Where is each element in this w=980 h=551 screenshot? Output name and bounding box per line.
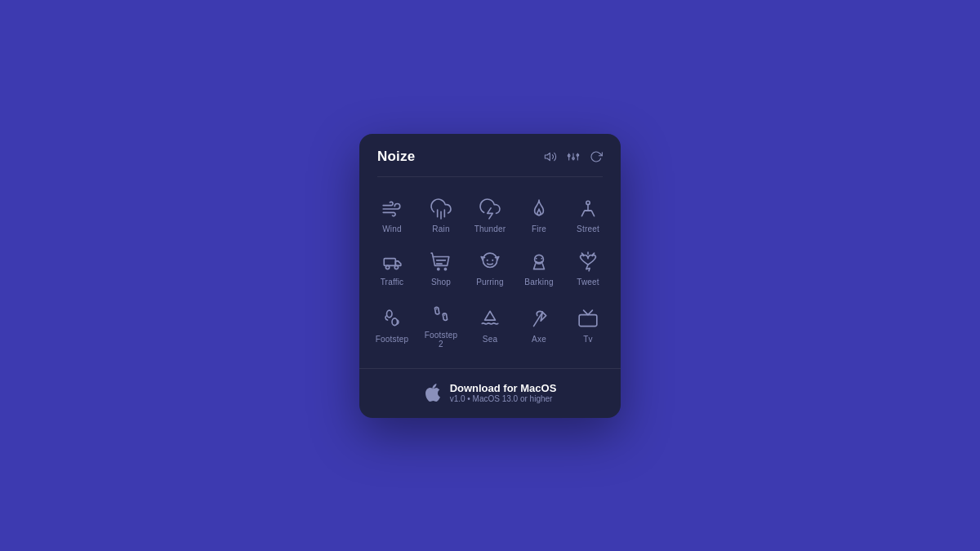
svg-marker-0 bbox=[545, 153, 550, 160]
volume-icon[interactable] bbox=[544, 150, 557, 163]
street-label: Street bbox=[577, 224, 599, 233]
thunder-label: Thunder bbox=[474, 224, 506, 233]
axe-icon bbox=[528, 309, 550, 330]
card-header: Noize bbox=[359, 134, 621, 176]
wind-label: Wind bbox=[382, 224, 402, 233]
apple-logo-icon bbox=[424, 384, 442, 402]
sound-street[interactable]: Street bbox=[565, 190, 611, 240]
sound-footstep[interactable]: Footstep bbox=[369, 296, 415, 355]
shop-label: Shop bbox=[431, 278, 451, 287]
traffic-label: Traffic bbox=[381, 278, 404, 287]
footstep2-icon bbox=[430, 304, 452, 326]
svg-point-26 bbox=[443, 314, 445, 316]
sound-fire[interactable]: Fire bbox=[516, 190, 562, 240]
svg-point-22 bbox=[541, 257, 542, 259]
tv-icon bbox=[577, 309, 599, 330]
sound-barking[interactable]: Barking bbox=[516, 243, 562, 293]
svg-point-17 bbox=[444, 268, 446, 269]
barking-label: Barking bbox=[524, 278, 553, 287]
svg-point-14 bbox=[385, 265, 389, 269]
svg-point-25 bbox=[436, 308, 438, 309]
sound-thunder[interactable]: Thunder bbox=[467, 190, 513, 240]
sound-tv[interactable]: Tv bbox=[565, 296, 611, 355]
svg-rect-29 bbox=[579, 315, 597, 327]
tweet-label: Tweet bbox=[577, 278, 599, 287]
sound-shop[interactable]: Shop bbox=[418, 243, 464, 293]
wind-icon bbox=[381, 198, 403, 220]
svg-point-19 bbox=[492, 259, 493, 260]
svg-point-15 bbox=[394, 265, 398, 269]
svg-rect-13 bbox=[384, 258, 395, 265]
refresh-icon[interactable] bbox=[590, 150, 603, 163]
axe-label: Axe bbox=[532, 335, 546, 344]
svg-point-18 bbox=[487, 259, 488, 260]
thunder-icon bbox=[479, 198, 501, 220]
rain-label: Rain bbox=[432, 224, 449, 233]
sound-traffic[interactable]: Traffic bbox=[369, 243, 415, 293]
download-text: Download for MacOS v1.0 • MacOS 13.0 or … bbox=[450, 382, 557, 403]
svg-point-16 bbox=[438, 268, 439, 269]
app-card: Noize bbox=[359, 134, 621, 418]
sound-tweet[interactable]: Tweet bbox=[565, 243, 611, 293]
sound-footstep2[interactable]: Footstep 2 bbox=[418, 296, 464, 355]
svg-marker-27 bbox=[485, 311, 496, 320]
tweet-icon bbox=[577, 251, 599, 273]
footstep-label: Footstep bbox=[376, 335, 409, 344]
download-subtitle: v1.0 • MacOS 13.0 or higher bbox=[450, 394, 557, 403]
sound-axe[interactable]: Axe bbox=[516, 296, 562, 355]
sound-wind[interactable]: Wind bbox=[369, 190, 415, 240]
download-title[interactable]: Download for MacOS bbox=[450, 382, 557, 394]
tv-label: Tv bbox=[583, 335, 593, 344]
svg-point-21 bbox=[536, 257, 537, 259]
sound-rain[interactable]: Rain bbox=[418, 190, 464, 240]
shop-icon bbox=[430, 251, 452, 273]
app-title: Noize bbox=[377, 149, 415, 165]
svg-point-23 bbox=[387, 310, 393, 318]
card-footer: Download for MacOS v1.0 • MacOS 13.0 or … bbox=[359, 368, 621, 418]
fire-label: Fire bbox=[532, 224, 546, 233]
footstep-icon bbox=[381, 309, 403, 330]
sounds-grid: Wind Rain Thunder Fi bbox=[359, 177, 621, 368]
sound-sea[interactable]: Sea bbox=[467, 296, 513, 355]
sea-label: Sea bbox=[483, 335, 497, 344]
sea-icon bbox=[479, 309, 501, 330]
sound-purring[interactable]: Purring bbox=[467, 243, 513, 293]
traffic-icon bbox=[381, 251, 403, 273]
fire-icon bbox=[528, 198, 550, 220]
barking-icon bbox=[528, 251, 550, 273]
purring-icon bbox=[479, 251, 501, 273]
rain-icon bbox=[430, 198, 452, 220]
header-icons bbox=[544, 150, 603, 163]
footstep2-label: Footstep 2 bbox=[421, 331, 461, 349]
purring-label: Purring bbox=[476, 278, 504, 287]
equalizer-icon[interactable] bbox=[567, 150, 580, 163]
street-icon bbox=[577, 198, 599, 220]
